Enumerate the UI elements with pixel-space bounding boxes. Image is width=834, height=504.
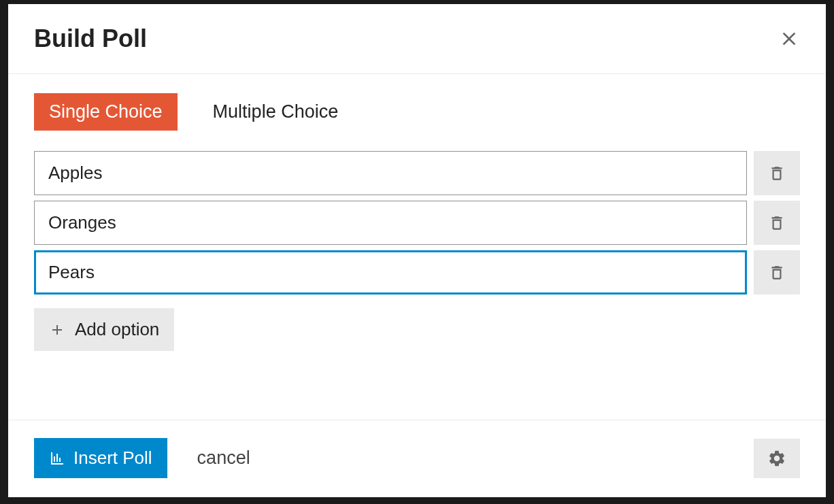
poll-type-tabs: Single Choice Multiple Choice xyxy=(34,93,800,131)
add-option-label: Add option xyxy=(75,319,159,340)
build-poll-modal: Build Poll Single Choice Multiple Choice xyxy=(8,4,826,497)
delete-option-button[interactable] xyxy=(754,201,800,245)
plus-icon xyxy=(49,322,65,338)
trash-icon xyxy=(768,165,786,182)
delete-option-button[interactable] xyxy=(754,151,800,195)
cancel-link[interactable]: cancel xyxy=(197,448,250,469)
modal-header: Build Poll xyxy=(8,4,826,74)
gear-icon xyxy=(767,449,786,468)
option-row xyxy=(34,151,800,195)
options-list xyxy=(34,151,800,295)
modal-body: Single Choice Multiple Choice xyxy=(8,74,826,420)
modal-title: Build Poll xyxy=(34,24,147,53)
trash-icon xyxy=(768,214,786,232)
close-button[interactable] xyxy=(778,28,800,50)
insert-poll-label: Insert Poll xyxy=(73,448,152,469)
settings-button[interactable] xyxy=(754,439,800,478)
option-input-2[interactable] xyxy=(34,201,747,245)
insert-poll-button[interactable]: Insert Poll xyxy=(34,438,167,478)
add-option-button[interactable]: Add option xyxy=(34,308,174,351)
tab-single-choice[interactable]: Single Choice xyxy=(34,93,178,131)
option-input-1[interactable] xyxy=(34,151,747,195)
tab-multiple-choice[interactable]: Multiple Choice xyxy=(198,93,354,131)
option-input-3[interactable] xyxy=(34,250,747,295)
modal-footer: Insert Poll cancel xyxy=(8,420,826,497)
option-row xyxy=(34,201,800,245)
trash-icon xyxy=(768,264,786,282)
bar-chart-icon xyxy=(49,450,65,467)
delete-option-button[interactable] xyxy=(754,250,800,295)
option-row xyxy=(34,250,800,295)
close-icon xyxy=(778,28,800,50)
